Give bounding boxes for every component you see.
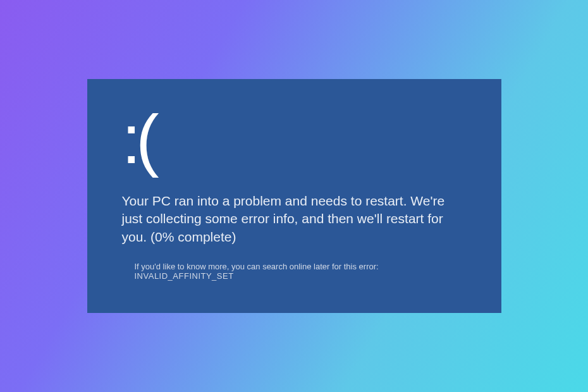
sad-face-icon: :( <box>122 107 467 170</box>
error-hint: If you'd like to know more, you can sear… <box>122 262 467 281</box>
error-message: Your PC ran into a problem and needs to … <box>122 192 467 246</box>
hint-prefix-text: If you'd like to know more, you can sear… <box>135 262 379 271</box>
error-code: INVALID_AFFINITY_SET <box>135 271 234 281</box>
bsod-panel: :( Your PC ran into a problem and needs … <box>87 79 501 313</box>
